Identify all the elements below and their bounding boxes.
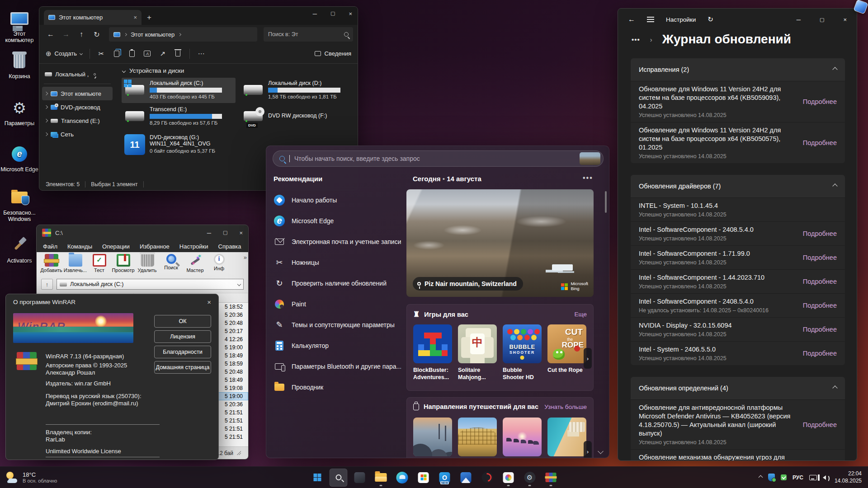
forward-button[interactable]: → <box>59 30 73 38</box>
resize-grip[interactable] <box>237 451 241 455</box>
desktop-icon-recycle-bin[interactable]: Корзина <box>0 51 39 80</box>
app-button-round[interactable] <box>478 469 496 487</box>
outlook-button[interactable]: ONEW <box>436 469 454 487</box>
app-button-blue[interactable] <box>457 469 475 487</box>
desktop-icon-settings[interactable]: ⚙ Параметры <box>0 98 39 127</box>
drive-f-tile[interactable]: DVD DVD RW дисковод (F:) <box>240 104 354 129</box>
details-link[interactable]: Подробнее <box>803 139 837 146</box>
tray-overflow-icon[interactable] <box>759 475 763 480</box>
menu-icon[interactable] <box>647 17 654 22</box>
travel-tile-seville[interactable]: Севилья <box>458 418 497 458</box>
bing-photo-card[interactable]: Piz Nair mountain, Switzerland Microsoft… <box>406 189 594 297</box>
weather-widget[interactable]: 18°CВ осн. облачно <box>0 471 149 484</box>
travel-tile-maldives[interactable]: Мальдивы <box>503 418 542 458</box>
close-button[interactable]: × <box>349 10 352 17</box>
drive-c-tile[interactable]: Локальный диск (C:) 403 ГБ свободно из 4… <box>122 78 236 103</box>
details-link[interactable]: Подробнее <box>803 98 837 105</box>
file-explorer-button[interactable] <box>372 469 390 487</box>
winrar-button[interactable] <box>542 469 560 487</box>
search-icon[interactable] <box>344 32 349 37</box>
bing-daily-thumbnail[interactable] <box>580 152 600 165</box>
share-icon[interactable]: ↗ <box>159 50 167 58</box>
details-link[interactable]: Подробнее <box>803 421 837 428</box>
details-toggle[interactable]: Сведения <box>315 50 351 57</box>
app-item-explorer[interactable]: Проводник <box>274 378 401 396</box>
back-button[interactable]: ← <box>44 30 57 38</box>
minimize-button[interactable]: ─ <box>313 10 317 17</box>
desktop-icon-edge[interactable]: Microsoft Edge <box>0 144 39 173</box>
home-page-button[interactable]: Домашняя страница <box>154 361 211 374</box>
update-item-failed[interactable]: Intel - SoftwareComponent - 2408.5.4.0Не… <box>631 293 845 317</box>
travel-tile-istanbul[interactable]: Стамбул <box>413 418 452 458</box>
new-button[interactable]: ⊕ Создать <box>46 50 82 58</box>
update-item[interactable]: INTEL - System - 10.1.45.4Успешно устано… <box>631 197 845 221</box>
app-item-mail[interactable]: Электронная почта и учетные записи <box>274 233 401 251</box>
details-link[interactable]: Подробнее <box>803 350 837 357</box>
app-item-paint[interactable]: Paint <box>274 295 401 313</box>
search-button[interactable] <box>330 469 348 487</box>
language-indicator[interactable]: РУС <box>793 474 803 481</box>
delete-button[interactable]: Удалить <box>135 254 159 273</box>
edge-button[interactable] <box>393 469 411 487</box>
search-input[interactable]: Поиск в: Эт <box>264 27 353 42</box>
refresh-icon[interactable]: ↻ <box>708 15 713 23</box>
minimize-button[interactable]: ─ <box>207 230 211 236</box>
update-item[interactable]: Обновление для антивредоносной платформы… <box>631 399 845 449</box>
carousel-next-button[interactable]: › <box>584 441 592 458</box>
breadcrumb-item[interactable]: Этот компьютер <box>131 31 175 38</box>
devices-and-drives-header[interactable]: Устройства и диски <box>123 67 356 74</box>
acknowledgments-button[interactable]: Благодарности <box>154 346 211 358</box>
chevron-down-icon[interactable] <box>237 282 241 286</box>
tray-app-icon[interactable] <box>781 474 787 480</box>
group-header[interactable]: Обновления определений (4) <box>631 377 845 399</box>
close-button[interactable]: × <box>843 16 847 23</box>
extract-button[interactable]: Извлечь... <box>63 254 87 273</box>
start-button[interactable] <box>308 469 326 487</box>
menu-favorites[interactable]: Избранное <box>140 243 170 250</box>
app-item-themes[interactable]: ✎Темы и сопутствующие параметры <box>274 316 401 334</box>
cut-icon[interactable]: ✂ <box>97 50 105 58</box>
back-button[interactable]: ← <box>628 15 635 23</box>
up-button[interactable]: ↑ <box>75 30 88 38</box>
up-one-level-button[interactable]: ↑ <box>41 279 53 290</box>
drive-g-tile[interactable]: 11 DVD-дисковод (G:) WIN11_X64_4IN1_OVG … <box>122 132 236 157</box>
app-item-edge[interactable]: Microsoft Edge <box>274 212 401 230</box>
update-item[interactable]: Обновление механизма обнаружения угроз д… <box>631 449 845 461</box>
keyboard-icon[interactable] <box>809 475 817 480</box>
info-button[interactable]: Инф <box>207 254 231 271</box>
app-item-check-updates[interactable]: ↻Проверить наличие обновлений <box>274 274 401 292</box>
clock[interactable]: 22:04 14.08.2025 <box>835 470 862 484</box>
maximize-button[interactable]: ▢ <box>820 17 824 23</box>
app-item-get-started[interactable]: Начало работы <box>274 191 401 209</box>
breadcrumb[interactable]: Этот компьютер <box>109 27 257 42</box>
group-header[interactable]: Исправления (2) <box>631 58 845 81</box>
details-link[interactable]: Подробнее <box>803 278 837 285</box>
drive-e-tile[interactable]: Transcend (E:) 8,29 ГБ свободно из 57,6 … <box>122 104 236 129</box>
details-link[interactable]: Подробнее <box>803 326 837 333</box>
update-item[interactable]: NVIDIA - Display - 32.0.15.6094Успешно у… <box>631 317 845 341</box>
carousel-next-button[interactable]: › <box>584 348 592 369</box>
scroll-down-icon[interactable] <box>599 447 603 455</box>
find-button[interactable]: Поиск <box>159 254 183 270</box>
sidebar-item-dvd-drive[interactable]: DVD-дисковод <box>42 100 113 114</box>
details-link[interactable]: Подробнее <box>803 254 837 261</box>
desktop-icon-this-pc[interactable]: Этот компьютер <box>0 8 39 43</box>
task-view-button[interactable] <box>351 469 369 487</box>
sidebar-item-local-disk[interactable]: Локальный , <box>42 67 113 81</box>
close-button[interactable]: × <box>239 230 243 236</box>
explorer-tab[interactable]: Этот компьютер × <box>44 10 142 25</box>
volume-icon[interactable] <box>823 475 826 480</box>
update-item[interactable]: Intel - SoftwareComponent - 1.44.2023.71… <box>631 269 845 293</box>
maximize-button[interactable]: ▢ <box>223 230 227 236</box>
games-more-link[interactable]: Еще <box>575 311 587 318</box>
test-button[interactable]: Тест <box>87 254 111 273</box>
refresh-button[interactable]: ↻ <box>90 30 104 39</box>
wizard-button[interactable]: Мастер <box>183 254 207 273</box>
paste-icon[interactable] <box>128 50 136 58</box>
drive-d-tile[interactable]: Локальный диск (D:) 1,58 ТБ свободно из … <box>240 78 354 103</box>
rename-icon[interactable]: A <box>143 50 151 58</box>
game-tile-mahjong[interactable]: Solitaire Mahjong... <box>458 324 497 381</box>
desktop-icon-activators[interactable]: Activators <box>0 235 39 264</box>
tab-close-icon[interactable]: × <box>133 14 137 21</box>
details-link[interactable]: Подробнее <box>803 230 837 237</box>
